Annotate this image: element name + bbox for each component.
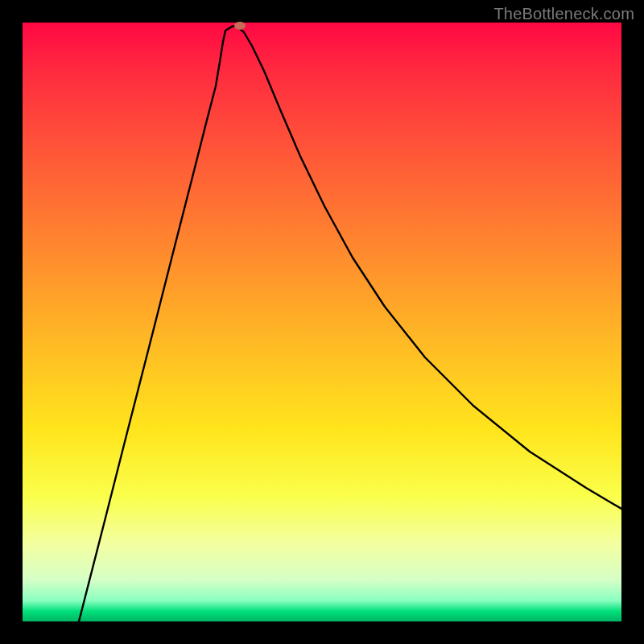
watermark-text: TheBottleneck.com <box>493 5 634 23</box>
bottleneck-curve <box>23 23 621 621</box>
minimum-marker-dot <box>234 22 246 30</box>
plot-area <box>23 23 621 621</box>
